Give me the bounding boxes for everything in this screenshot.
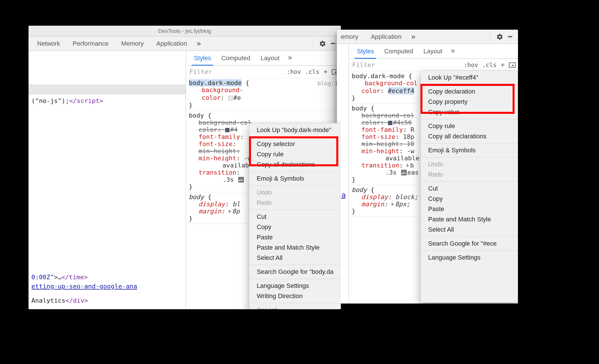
ctx-copy-property[interactable]: Copy property (421, 97, 518, 107)
tab-performance[interactable]: Performance (68, 37, 113, 50)
hov-button[interactable]: :hov (464, 62, 478, 68)
subtab-layout[interactable]: Layout (420, 45, 446, 58)
devtools-window-right: emory Application » na Styles (337, 30, 518, 304)
subtab-layout[interactable]: Layout (257, 52, 283, 65)
rule-selector[interactable]: body (352, 186, 367, 193)
ctx-copy-selector[interactable]: Copy selector (249, 139, 341, 149)
tab-memory-trunc[interactable]: emory (341, 30, 363, 44)
subtab-styles[interactable]: Styles (191, 52, 214, 65)
ctx-writing-direction[interactable]: Writing Direction (249, 291, 341, 301)
tab-network[interactable]: Network (33, 37, 65, 50)
dom-js-text: ("no-js");</script​> (31, 97, 103, 104)
ctx-redo: Redo (421, 169, 518, 180)
ctx-cut[interactable]: Cut (421, 183, 518, 194)
rule-selector[interactable]: body (189, 112, 204, 119)
dom-link-element[interactable]: etting-up-seo-and-google-ana (31, 282, 183, 291)
ctx-copy[interactable]: Copy (421, 194, 518, 204)
subtabs-more-chevrons-icon[interactable]: » (449, 43, 456, 58)
styles-filter-input[interactable] (352, 61, 464, 69)
tab-memory[interactable]: Memory (117, 37, 148, 50)
toolbar-separator (490, 32, 490, 42)
gear-icon[interactable] (496, 33, 504, 41)
new-rule-plus-icon[interactable]: + (323, 67, 328, 76)
tab-application[interactable]: Application (152, 37, 192, 50)
context-menu-left[interactable]: Look Up "body.dark-mode" Copy selector C… (249, 123, 341, 309)
expand-triangle-icon[interactable] (407, 164, 409, 167)
devtools-window-left: DevTools - jec.fyi/blog Network Performa… (29, 26, 341, 309)
ctx-copy-rule[interactable]: Copy rule (421, 121, 518, 131)
ctx-undo: Undo (421, 159, 518, 169)
cls-button[interactable]: .cls (305, 68, 319, 75)
new-rule-plus-icon[interactable]: + (501, 60, 505, 69)
rule-selector[interactable]: body.dark-mode (352, 72, 404, 80)
decl-color[interactable]: color: #e (199, 94, 338, 102)
ctx-paste-matchstyle[interactable]: Paste and Match Style (249, 242, 341, 253)
ctx-copy-value[interactable]: Copy value (421, 107, 518, 117)
tabs-more-chevrons-icon[interactable]: » (195, 39, 202, 48)
context-menu-right[interactable]: Look Up "#eceff4" Copy declaration Copy … (420, 70, 518, 303)
ctx-search-google[interactable]: Search Google for "#ece (421, 238, 518, 249)
title-bar-text: DevTools - jec.fyi/blog (158, 28, 211, 34)
expand-triangle-icon[interactable] (229, 210, 231, 213)
color-swatch-icon[interactable] (228, 96, 233, 100)
rule-selector[interactable]: body.dark-mode (189, 79, 242, 86)
gear-icon[interactable] (319, 40, 327, 48)
tab-application[interactable]: Application (366, 30, 406, 44)
ctx-paste-matchstyle[interactable]: Paste and Match Style (421, 214, 518, 225)
hov-button[interactable]: :hov (287, 68, 301, 75)
dom-highlighted-row[interactable] (29, 84, 186, 95)
ctx-select-all[interactable]: Select All (421, 225, 518, 235)
ctx-cut[interactable]: Cut (249, 212, 341, 222)
panel-toggle-icon[interactable]: ◂ (509, 62, 516, 68)
color-swatch-icon (388, 121, 392, 125)
ctx-copy-all-declarations[interactable]: Copy all declarations (249, 159, 341, 170)
dom-time-element[interactable]: 0:00Z">…</time> (31, 273, 183, 282)
ctx-copy-rule[interactable]: Copy rule (249, 149, 341, 159)
kebab-menu-icon[interactable] (506, 33, 514, 41)
rule-selector[interactable]: body (189, 193, 204, 201)
ctx-copy-declaration[interactable]: Copy declaration (421, 86, 518, 97)
ctx-search-google[interactable]: Search Google for "body.da (249, 267, 341, 277)
toolbar-separator (313, 39, 313, 49)
cls-button[interactable]: .cls (482, 62, 497, 68)
ctx-language-settings[interactable]: Language Settings (249, 281, 341, 291)
ctx-copy[interactable]: Copy (249, 222, 341, 232)
ctx-undo: Undo (249, 187, 341, 198)
ctx-language-settings[interactable]: Language Settings (421, 252, 518, 263)
expand-triangle-icon[interactable] (392, 203, 394, 206)
devtools-shell: DevTools - jec.fyi/blog Network Performa… (29, 26, 572, 309)
tabs-more-chevrons-icon[interactable]: » (410, 32, 416, 41)
main-tabs: Network Performance Memory Application » (29, 37, 341, 51)
subtab-styles[interactable]: Styles (353, 45, 377, 58)
ctx-redo: Redo (249, 198, 341, 208)
ctx-lookup[interactable]: Look Up "#eceff4" (421, 72, 518, 83)
title-bar: DevTools - jec.fyi/blog (29, 26, 341, 37)
ctx-emoji[interactable]: Emoji & Symbols (249, 173, 341, 184)
ctx-copy-all-declarations[interactable]: Copy all declarations (421, 131, 518, 141)
dom-panel: ("no-js");</script​> 0:00Z">…</time> ett… (29, 51, 186, 309)
ctx-paste[interactable]: Paste (249, 232, 341, 242)
ctx-paste[interactable]: Paste (421, 204, 518, 214)
ease-icon[interactable] (238, 177, 244, 183)
color-swatch-icon (225, 128, 230, 132)
rule-source-link[interactable]: blog:1 (317, 80, 338, 87)
decl-background[interactable]: background- (199, 86, 338, 94)
styles-filter-input[interactable] (189, 68, 287, 76)
rule-selector[interactable]: body (352, 105, 367, 112)
dom-div-analytics[interactable]: Analytics</div> (31, 296, 183, 305)
ease-icon[interactable] (401, 170, 407, 175)
ctx-last-row[interactable]: Spaceb (249, 305, 341, 309)
kebab-menu-icon[interactable] (329, 40, 337, 48)
ctx-emoji[interactable]: Emoji & Symbols (421, 145, 518, 155)
subtabs-more-chevrons-icon[interactable]: » (286, 50, 293, 65)
ctx-select-all[interactable]: Select All (249, 253, 341, 263)
subtab-computed[interactable]: Computed (381, 45, 417, 58)
ctx-lookup[interactable]: Look Up "body.dark-mode" (249, 125, 341, 135)
main-tabs: emory Application » (337, 30, 518, 44)
rule-body-dark-mode[interactable]: blog:1 body.dark-mode { background- colo… (186, 78, 341, 111)
subtab-computed[interactable]: Computed (218, 52, 254, 65)
